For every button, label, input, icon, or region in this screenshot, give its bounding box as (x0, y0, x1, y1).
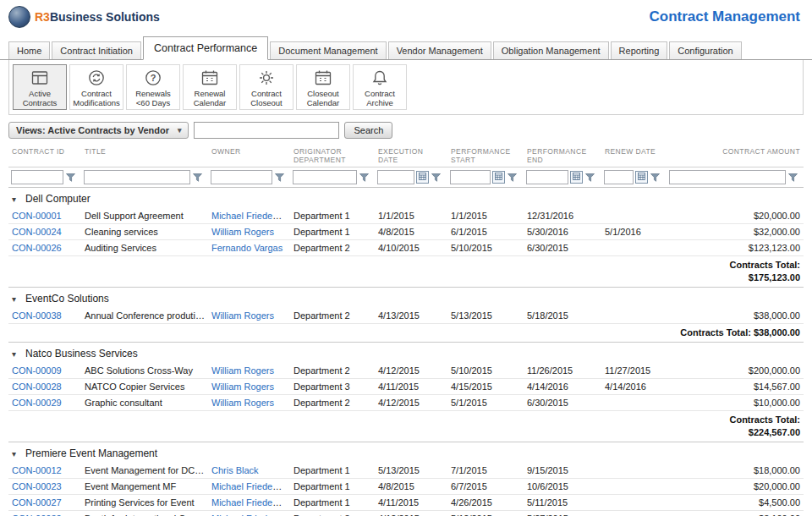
filter-funnel-icon[interactable] (66, 173, 75, 182)
contract-id-link[interactable]: CON-00023 (12, 481, 62, 491)
table-row: CON-00032Booth for International Confere… (8, 510, 804, 516)
collapse-arrow-icon[interactable]: ▾ (12, 195, 16, 204)
ribbon-button-label: Contract Modifications (71, 89, 122, 107)
tab-document-management[interactable]: Document Management (270, 41, 386, 59)
owner-link[interactable]: William Rogers (211, 227, 274, 237)
ribbon-button-renewals-60-days[interactable]: ?Renewals <60 Days (126, 64, 180, 110)
column-header-renew-date[interactable]: RENEW DATE (601, 144, 667, 167)
calendar-picker-icon[interactable] (492, 171, 505, 184)
performance-start-cell: 5/10/2015 (447, 363, 524, 379)
filter-funnel-icon[interactable] (431, 173, 441, 182)
owner-link[interactable]: Chris Black (211, 465, 259, 475)
filter-funnel-icon[interactable] (650, 173, 660, 182)
owner-cell: Michael Friedenberg (208, 494, 290, 510)
tab-contract-initiation[interactable]: Contract Initiation (52, 41, 141, 59)
contract-id-cell: CON-00027 (8, 494, 81, 510)
filter-input-execution-date[interactable] (377, 170, 414, 184)
filter-funnel-icon[interactable] (193, 173, 202, 182)
column-header-contract-amount[interactable]: CONTRACT AMOUNT (667, 144, 804, 167)
tab-vendor-management[interactable]: Vendor Management (388, 41, 491, 59)
search-button[interactable]: Search (344, 122, 392, 139)
ribbon-button-closeout-calendar[interactable]: Closeout Calendar (296, 64, 350, 110)
owner-cell: William Rogers (208, 363, 290, 379)
performance-start-cell: 7/1/2015 (447, 463, 524, 479)
column-header-row: CONTRACT IDTITLEOWNERORIGINATOR DEPARTME… (8, 144, 804, 167)
contract-id-link[interactable]: CON-00001 (12, 211, 62, 221)
tab-reporting[interactable]: Reporting (611, 41, 668, 59)
owner-link[interactable]: William Rogers (211, 398, 274, 408)
column-header-owner[interactable]: OWNER (208, 144, 290, 167)
calendar-picker-icon[interactable] (570, 171, 583, 184)
contract-id-link[interactable]: CON-00009 (12, 365, 62, 376)
contract-id-link[interactable]: CON-00038 (12, 310, 62, 321)
column-header-execution-date[interactable]: EXECUTION DATE (375, 144, 447, 167)
calendar-picker-icon[interactable] (635, 171, 648, 184)
calendar-picker-icon[interactable] (416, 171, 429, 184)
owner-link[interactable]: Michael Friedenberg (211, 481, 290, 491)
table-row: CON-00001Dell Support AgreementMichael F… (8, 208, 804, 224)
execution-date-cell: 4/11/2015 (375, 494, 447, 510)
bell-icon (370, 68, 390, 88)
tab-configuration[interactable]: Configuration (669, 41, 741, 59)
ribbon-button-contract-modifications[interactable]: Contract Modifications (69, 64, 123, 110)
filter-input-contract-amount[interactable] (669, 170, 786, 184)
column-header-performance-end[interactable]: PERFORMANCE END (524, 144, 601, 167)
filter-input-renew-date[interactable] (604, 170, 634, 184)
amount-cell: $20,000.00 (667, 208, 804, 224)
ribbon-button-contract-archive[interactable]: Contract Archive (353, 64, 407, 110)
contract-id-link[interactable]: CON-00012 (12, 465, 62, 475)
execution-date-cell: 1/1/2015 (375, 208, 447, 224)
owner-cell: William Rogers (208, 224, 290, 240)
filter-input-originator-department[interactable] (293, 170, 357, 184)
tab-contract-performance[interactable]: Contract Performance (143, 36, 268, 60)
column-header-originator-department[interactable]: ORIGINATOR DEPARTMENT (290, 144, 375, 167)
filter-input-title[interactable] (84, 170, 190, 184)
renew-date-cell (601, 308, 667, 324)
ribbon-button-renewal-calendar[interactable]: Renewal Calendar (183, 64, 237, 110)
owner-link[interactable]: Michael Friedenberg (211, 211, 290, 221)
filter-funnel-icon[interactable] (275, 173, 284, 182)
views-dropdown[interactable]: Views: Active Contracts by Vendor ▾ (8, 122, 189, 139)
collapse-arrow-icon[interactable]: ▾ (12, 449, 16, 458)
filter-input-performance-start[interactable] (450, 170, 491, 184)
execution-date-cell: 4/13/2015 (375, 308, 447, 324)
contract-id-link[interactable]: CON-00029 (12, 398, 62, 408)
execution-date-cell: 4/8/2015 (375, 478, 447, 494)
performance-end-cell: 5/11/2015 (524, 494, 601, 510)
filter-input-contract-id[interactable] (11, 170, 63, 184)
department-cell: Department 2 (290, 395, 375, 411)
filter-input-owner[interactable] (211, 170, 272, 184)
filter-funnel-icon[interactable] (359, 173, 369, 182)
filter-funnel-icon[interactable] (788, 173, 798, 182)
contract-id-link[interactable]: CON-00024 (12, 227, 62, 237)
ribbon-button-label: Contract Archive (354, 89, 405, 107)
amount-cell: $14,567.00 (667, 379, 804, 395)
group-total-row: Contracts Total:$224,567.00 (8, 411, 804, 442)
column-header-contract-id[interactable]: CONTRACT ID (8, 144, 81, 167)
tab-home[interactable]: Home (8, 41, 50, 59)
owner-link[interactable]: William Rogers (211, 382, 274, 392)
contract-id-link[interactable]: CON-00026 (12, 243, 62, 253)
filter-cell-performance-end (524, 167, 601, 188)
column-header-performance-start[interactable]: PERFORMANCE START (447, 144, 524, 167)
column-header-title[interactable]: TITLE (81, 144, 208, 167)
owner-link[interactable]: William Rogers (211, 310, 274, 321)
search-input[interactable] (194, 122, 339, 139)
tab-obligation-management[interactable]: Obligation Management (493, 41, 609, 59)
filter-funnel-icon[interactable] (508, 173, 517, 182)
contract-id-link[interactable]: CON-00028 (12, 382, 62, 392)
contract-id-link[interactable]: CON-00027 (12, 497, 62, 508)
collapse-arrow-icon[interactable]: ▾ (12, 349, 16, 359)
department-cell: Department 3 (290, 510, 375, 516)
ribbon-button-contract-closeout[interactable]: Contract Closeout (239, 64, 294, 110)
owner-link[interactable]: Fernando Vargas (211, 243, 283, 253)
owner-link[interactable]: Michael Friedenberg (211, 497, 290, 508)
ribbon-button-active-contracts[interactable]: Active Contracts (13, 64, 67, 110)
collapse-arrow-icon[interactable]: ▾ (12, 294, 16, 304)
contract-title-cell: Printing Services for Event (81, 494, 208, 510)
owner-link[interactable]: William Rogers (211, 365, 274, 376)
filter-input-performance-end[interactable] (526, 170, 568, 184)
department-cell: Department 1 (290, 208, 375, 224)
filter-funnel-icon[interactable] (585, 173, 595, 182)
ribbon-button-label: Renewals <60 Days (128, 89, 178, 107)
